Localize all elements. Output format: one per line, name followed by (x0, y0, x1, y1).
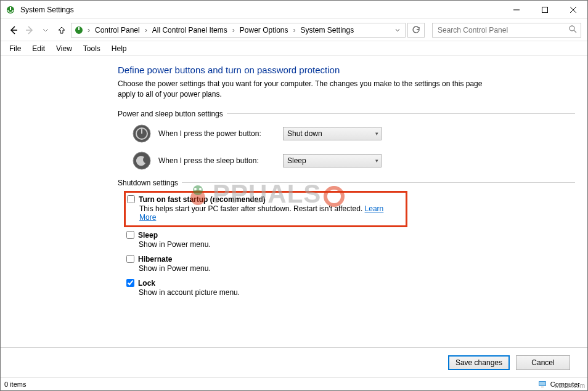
navigation-bar: › Control Panel › All Control Panel Item… (1, 19, 587, 41)
recent-dropdown[interactable] (39, 23, 52, 37)
sleep-checkbox[interactable] (126, 231, 134, 239)
svg-rect-1 (10, 7, 11, 10)
status-item-count: 0 items (4, 381, 538, 388)
svg-rect-22 (541, 387, 544, 387)
section-shutdown: Shutdown settings (118, 179, 575, 187)
section-power-sleep: Power and sleep button settings (118, 110, 575, 118)
hibernate-item: Hibernate Show in Power menu. (126, 255, 575, 273)
sleep-description: Show in Power menu. (139, 240, 575, 249)
save-changes-button[interactable]: Save changes (448, 355, 510, 370)
source-tag: wsxdn.com (554, 382, 585, 389)
menu-tools[interactable]: Tools (78, 43, 105, 54)
power-button-dropdown[interactable]: Shut down ▾ (283, 127, 382, 140)
lock-checkbox[interactable] (126, 279, 134, 287)
section-label: Shutdown settings (118, 179, 178, 187)
chevron-right-icon: › (292, 26, 296, 34)
power-options-icon (6, 5, 15, 15)
hibernate-description: Show in Power menu. (139, 264, 575, 273)
status-bar: 0 items Computer (1, 377, 587, 390)
search-icon[interactable] (568, 25, 577, 35)
sleep-title: Sleep (138, 231, 158, 240)
fast-startup-description: This helps start your PC faster after sh… (139, 204, 402, 222)
sleep-icon (133, 151, 151, 170)
chevron-right-icon: › (144, 26, 149, 34)
menu-edit[interactable]: Edit (27, 43, 50, 54)
up-button[interactable] (55, 23, 68, 37)
power-button-label: When I press the power button: (158, 129, 276, 138)
window-title: System Settings (20, 6, 502, 14)
cancel-button[interactable]: Cancel (516, 355, 570, 370)
breadcrumb-item[interactable]: Control Panel (92, 26, 142, 34)
lock-item: Lock Show in account picture menu. (126, 279, 575, 297)
forward-button[interactable] (23, 23, 36, 37)
breadcrumb-item[interactable]: All Control Panel Items (150, 26, 230, 34)
highlight-fast-startup: Turn on fast startup (recommended) This … (124, 191, 407, 227)
footer-buttons: Save changes Cancel (1, 347, 587, 377)
control-panel-icon (74, 25, 84, 35)
chevron-down-icon: ▾ (375, 131, 378, 137)
window-controls (502, 1, 587, 18)
power-button-row: When I press the power button: Shut down… (133, 124, 575, 143)
sleep-button-row: When I press the sleep button: Sleep ▾ (133, 151, 575, 170)
search-box[interactable] (432, 23, 581, 38)
close-button[interactable] (559, 1, 587, 18)
svg-rect-21 (539, 382, 545, 385)
computer-icon (538, 381, 547, 388)
content-area: Define power buttons and turn on passwor… (1, 56, 587, 347)
minimize-button[interactable] (502, 1, 531, 18)
sleep-button-dropdown[interactable]: Sleep ▾ (283, 154, 382, 167)
refresh-button[interactable] (407, 23, 425, 38)
sleep-button-label: When I press the sleep button: (158, 156, 276, 165)
fast-startup-checkbox[interactable] (127, 195, 135, 203)
search-input[interactable] (436, 25, 568, 35)
chevron-right-icon: › (86, 26, 91, 34)
sleep-item: Sleep Show in Power menu. (126, 231, 575, 249)
svg-rect-14 (141, 128, 142, 134)
breadcrumb-item[interactable]: Power Options (237, 26, 291, 34)
power-icon (133, 124, 151, 143)
shutdown-settings-list: Turn on fast startup (recommended) This … (126, 193, 575, 297)
title-bar: System Settings (1, 1, 587, 19)
chevron-down-icon[interactable] (393, 26, 402, 34)
hibernate-title: Hibernate (138, 255, 172, 264)
hibernate-checkbox[interactable] (126, 255, 134, 263)
maximize-button[interactable] (531, 1, 559, 18)
lock-title: Lock (138, 279, 155, 288)
menu-file[interactable]: File (4, 43, 26, 54)
svg-rect-9 (78, 27, 80, 30)
lock-description: Show in account picture menu. (139, 288, 575, 297)
chevron-right-icon: › (231, 26, 236, 34)
page-description: Choose the power settings that you want … (118, 79, 500, 100)
fast-startup-item: Turn on fast startup (recommended) This … (127, 195, 402, 222)
back-button[interactable] (7, 23, 20, 37)
page-heading: Define power buttons and turn on passwor… (118, 65, 575, 75)
menu-help[interactable]: Help (107, 43, 132, 54)
breadcrumb-item[interactable]: System Settings (298, 26, 356, 34)
menu-bar: File Edit View Tools Help (1, 41, 587, 56)
svg-line-11 (574, 30, 576, 33)
svg-rect-3 (542, 7, 548, 12)
fast-startup-title: Turn on fast startup (recommended) (139, 195, 266, 204)
dropdown-value: Shut down (287, 129, 375, 138)
chevron-down-icon: ▾ (375, 158, 378, 164)
dropdown-value: Sleep (287, 156, 375, 165)
section-label: Power and sleep button settings (118, 110, 223, 118)
breadcrumb[interactable]: › Control Panel › All Control Panel Item… (71, 23, 406, 38)
svg-point-10 (570, 26, 574, 31)
menu-view[interactable]: View (51, 43, 77, 54)
